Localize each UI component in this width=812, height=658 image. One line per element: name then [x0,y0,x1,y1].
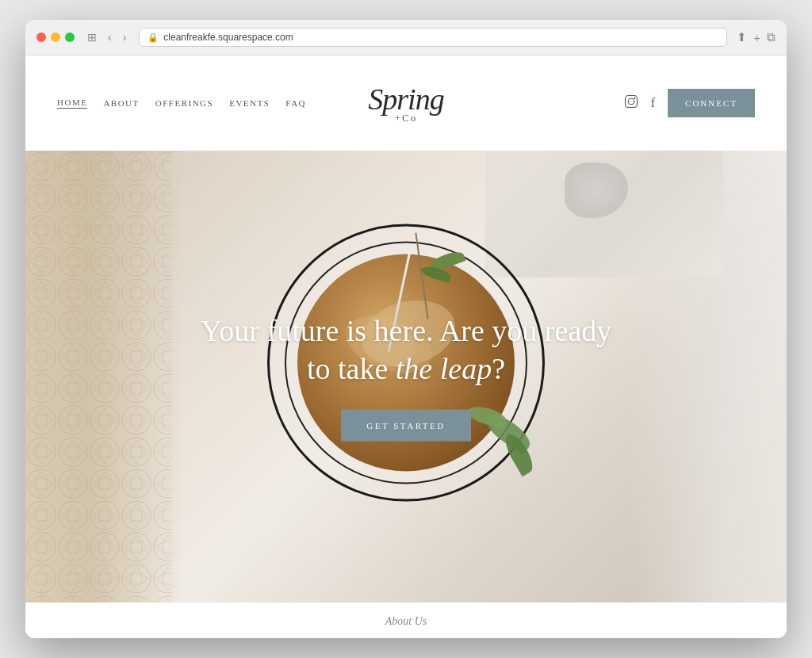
nav-links-left: HOME ABOUT OFFERINGS EVENTS FAQ [57,98,306,109]
back-button[interactable]: ‹ [105,29,115,45]
close-button[interactable] [36,33,46,42]
nav-about[interactable]: ABOUT [103,98,139,108]
quilt-texture [25,151,172,603]
svg-point-1 [628,98,634,105]
nav-offerings[interactable]: OFFERINGS [155,98,213,108]
nav-faq[interactable]: FAQ [285,98,306,108]
about-teaser: About Us [25,603,787,638]
logo-tagline: +Co [395,113,418,123]
about-us-label: About Us [385,615,427,627]
minimize-button[interactable] [51,33,60,42]
duplicate-icon[interactable]: ⧉ [767,30,776,44]
address-bar[interactable]: 🔒 cleanfreakfe.squarespace.com [139,28,727,47]
new-tab-icon[interactable]: + [753,31,760,44]
connect-button[interactable]: CONNeCT [668,89,755,117]
facebook-icon[interactable]: f [651,96,655,110]
website-content: HOME ABOUT OFFERINGS EVENTS FAQ Spring +… [25,55,787,638]
svg-rect-4 [25,151,172,603]
fullscreen-button[interactable] [65,33,75,42]
svg-point-2 [634,97,635,98]
hero-headline: Your future is here. Are you ready to ta… [168,312,644,388]
lock-icon: 🔒 [147,33,159,43]
nav-right: f CONNeCT [624,89,755,117]
browser-chrome: ⊞ ‹ › 🔒 cleanfreakfe.squarespace.com ⬆ +… [25,20,787,55]
grid-view-button[interactable]: ⊞ [84,29,100,45]
logo-text: Spring [368,84,443,114]
hero-section: Your future is here. Are you ready to ta… [25,151,787,603]
share-icon[interactable]: ⬆ [737,30,747,44]
url-text: cleanfreakfe.squarespace.com [163,32,293,43]
navigation: HOME ABOUT OFFERINGS EVENTS FAQ Spring +… [25,55,787,151]
nav-home[interactable]: HOME [57,98,87,109]
traffic-lights [36,33,75,42]
get-started-button[interactable]: GET STARTED [341,410,470,442]
instagram-icon[interactable] [624,94,638,113]
nav-events[interactable]: EVENTS [229,98,270,108]
browser-right-controls: ⬆ + ⧉ [737,30,776,44]
browser-controls: ⊞ ‹ › [84,29,129,45]
site-logo: Spring +Co [368,84,443,123]
svg-rect-0 [625,95,637,107]
forward-button[interactable]: › [120,29,130,45]
hero-text-content: Your future is here. Are you ready to ta… [168,312,644,442]
browser-window: ⊞ ‹ › 🔒 cleanfreakfe.squarespace.com ⬆ +… [25,20,787,638]
